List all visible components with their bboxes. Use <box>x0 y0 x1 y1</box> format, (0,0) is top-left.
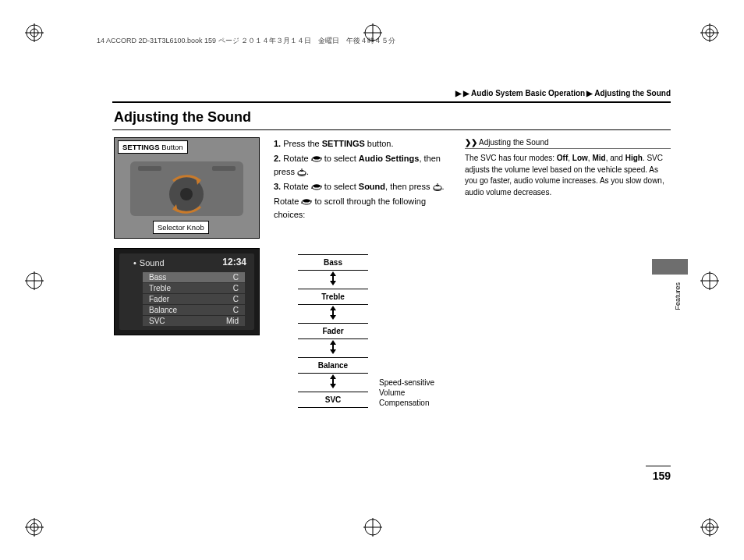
breadcrumb-segment: Audio System Basic Operation <box>471 89 585 97</box>
list-item: BassC <box>143 272 245 282</box>
divider <box>646 466 671 466</box>
registration-mark-icon <box>700 271 719 290</box>
instruction-steps: 1. Press the SETTINGS button. 2. Rotate … <box>274 137 453 223</box>
svg-point-3 <box>180 188 193 200</box>
callout-label: Button <box>160 143 183 151</box>
enter-button-icon <box>297 168 306 177</box>
running-header: 14 ACCORD 2D-31T3L6100.book 159 ページ ２０１４… <box>97 36 716 46</box>
divider <box>465 148 671 149</box>
flow-node: SVC <box>298 392 368 408</box>
updown-arrow-icon <box>298 339 368 357</box>
callout-label-bold: SETTINGS <box>122 143 160 151</box>
divider <box>112 129 671 130</box>
updown-arrow-icon <box>298 271 368 289</box>
sidebar-body: The SVC has four modes: Off, Low, Mid, a… <box>465 153 671 198</box>
callout-selector-knob: Selector Knob <box>153 221 209 234</box>
list-item: FaderC <box>143 294 245 304</box>
svg-point-17 <box>303 200 310 203</box>
sound-flow-diagram: Bass Treble Fader Balance SVC <box>298 254 368 408</box>
svg-rect-7 <box>212 166 236 171</box>
registration-mark-icon <box>25 518 44 537</box>
registration-mark-icon <box>700 518 719 537</box>
step-2: 2. Rotate to select Audio Settings, then… <box>274 152 453 179</box>
registration-mark-icon <box>700 23 719 42</box>
step-3: 3. Rotate to select Sound, then press . <box>274 180 453 193</box>
svc-caption: Speed-sensitive Volume Compensation <box>379 377 449 408</box>
triangle-icon: ▶ <box>586 89 593 97</box>
chevron-icon: ❯❯ <box>465 138 477 147</box>
registration-mark-icon <box>25 271 44 290</box>
flow-node: Treble <box>298 289 368 305</box>
flow-node: Balance <box>298 357 368 374</box>
updown-arrow-icon <box>298 305 368 323</box>
list-item: BalanceC <box>143 305 245 315</box>
svg-rect-6 <box>138 166 161 171</box>
infotainment-screenshot: 12:34 Sound BassC TrebleC FaderC Balance… <box>114 248 260 335</box>
flow-node: Bass <box>298 254 368 271</box>
callout-label: Selector Knob <box>158 223 204 232</box>
triangle-icon: ▶ <box>463 89 469 97</box>
list-item: SVCMid <box>143 316 245 326</box>
step-followup: Rotate to scroll through the following c… <box>274 195 453 222</box>
callout-settings-button: SETTINGS Button <box>118 140 188 154</box>
registration-mark-icon <box>363 23 382 42</box>
list-item: TrebleC <box>143 283 245 293</box>
enter-button-icon <box>433 183 442 192</box>
selector-knob-icon <box>301 197 312 207</box>
sound-menu-list: BassC TrebleC FaderC BalanceC SVCMid <box>143 272 245 327</box>
selector-knob-icon <box>311 183 322 192</box>
triangle-icon: ▶ <box>455 89 462 97</box>
svg-point-9 <box>313 157 320 160</box>
svg-point-13 <box>313 185 320 188</box>
screen-title: Sound <box>133 258 165 268</box>
registration-mark-icon <box>25 23 44 42</box>
updown-arrow-icon <box>298 374 368 392</box>
page-number: 159 <box>653 470 671 482</box>
breadcrumb: ▶▶Audio System Basic Operation▶Adjusting… <box>455 89 671 97</box>
clock: 12:34 <box>222 257 246 268</box>
selector-knob-icon <box>311 154 322 164</box>
breadcrumb-segment: Adjusting the Sound <box>594 89 671 97</box>
registration-mark-icon <box>363 518 382 537</box>
flow-node: Fader <box>298 323 368 339</box>
page-title: Adjusting the Sound <box>114 109 251 126</box>
step-1: 1. Press the SETTINGS button. <box>274 137 453 151</box>
section-tab-label: Features <box>674 282 682 310</box>
sidebar-heading: ❯❯Adjusting the Sound <box>465 137 549 148</box>
manual-page: 14 ACCORD 2D-31T3L6100.book 159 ページ ２０１４… <box>28 22 716 538</box>
divider <box>112 101 671 103</box>
section-tab <box>652 259 688 275</box>
